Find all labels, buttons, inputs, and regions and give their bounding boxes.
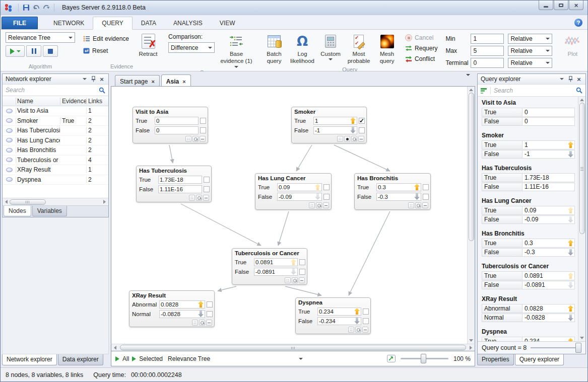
close-icon[interactable]: × [151,79,154,85]
temporal-field-input[interactable]: 0 [471,58,504,68]
temporal-field-input[interactable]: 5 [471,46,504,56]
pin-button[interactable] [567,75,574,83]
tab-properties[interactable]: Properties [477,354,514,365]
node-table-icon[interactable] [185,136,191,142]
node-table-icon[interactable] [189,195,195,201]
node-list-row[interactable]: Has Bronchitis 2 [3,145,108,156]
scroll-up-icon[interactable] [580,99,584,101]
query-state-row[interactable]: Normal -0.0828 [482,314,575,323]
search-icon[interactable] [576,87,582,94]
tab-view[interactable]: VIEW [211,17,244,29]
evidence-checkbox[interactable] [323,194,330,200]
custom-query-button[interactable]: Custom [316,32,345,61]
node-magnifier-icon[interactable] [192,136,199,142]
panel-menu-button[interactable] [81,75,88,83]
run-selected-label[interactable]: Selected [139,355,163,362]
scrollbar-thumb[interactable] [579,103,585,234]
close-button[interactable]: × [569,1,583,10]
tab-variables[interactable]: Variables [32,206,67,216]
state-value-bar[interactable]: -0.09 [277,193,322,201]
tab-start-page[interactable]: Start page × [115,75,160,86]
save-button[interactable] [21,3,31,12]
state-value-bar[interactable]: 1.73E-18 [158,176,202,184]
query-state-row[interactable]: True 0.234 [482,337,575,341]
node-collapse-icon[interactable] [422,202,428,208]
redo-button[interactable] [41,3,51,12]
node-collapse-icon[interactable] [206,320,212,326]
evidence-checkbox[interactable] [363,318,369,324]
state-value-bar[interactable]: 0.0828 [159,300,205,309]
run-selected-icon[interactable] [132,356,136,361]
scrollbar-thumb[interactable] [10,199,46,205]
evidence-checkbox[interactable] [299,259,305,265]
column-links[interactable]: Links [86,98,105,105]
node-list-row[interactable]: XRay Result 1 [3,165,108,175]
node-list-row[interactable]: Has Lung Cancer 2 [3,136,108,146]
scrollbar-thumb[interactable] [120,345,466,350]
node-table-icon[interactable] [309,202,315,208]
state-value-bar[interactable]: 1.11E-16 [158,185,202,193]
node-collapse-icon[interactable] [358,136,364,142]
state-value-bar[interactable]: 0.3 [376,183,421,191]
state-value-bar[interactable]: 0 [155,126,199,134]
node-has-lung-cancer[interactable]: Has Lung Cancer True 0.09 False -0.09 [255,173,332,210]
algorithm-mode-dropdown[interactable]: Relevance Tree [168,355,210,362]
state-value-bar[interactable]: 0.0891 [254,258,298,266]
node-collapse-icon[interactable] [299,277,305,283]
stop-button[interactable] [43,45,58,57]
tab-data-explorer[interactable]: Data explorer [58,354,103,365]
evidence-checkbox[interactable] [423,194,429,200]
tab-file[interactable]: FILE [2,17,38,29]
panel-close-button[interactable]: × [98,75,105,83]
help-icon[interactable]: ? [574,19,582,27]
tab-query[interactable]: QUERY [93,17,132,30]
conflict-button[interactable]: Conflict [403,54,439,63]
query-vertical-scrollbar[interactable] [578,97,585,341]
maximize-button[interactable] [554,1,568,10]
node-list-row[interactable]: Dyspnea 2 [3,175,108,185]
node-magnifier-icon[interactable] [415,202,421,208]
most-probable-button[interactable]: Most probable [345,32,373,65]
search-placeholder[interactable]: Search [494,87,573,94]
reset-button[interactable]: Reset [81,46,131,55]
temporal-field-input[interactable]: 1 [471,34,504,44]
tab-asia[interactable]: Asia × [161,74,191,86]
state-value-bar[interactable]: 0.234 [317,308,361,316]
state-value-bar[interactable]: -1 [313,126,357,134]
node-collapse-icon[interactable] [203,195,209,201]
panel-close-button[interactable]: × [575,75,582,83]
scroll-left-icon[interactable] [114,346,116,350]
temporal-mode-select[interactable]: Relative [508,46,552,56]
undo-button[interactable] [31,3,41,12]
evidence-checkbox[interactable] [204,177,210,183]
node-list-row[interactable]: Smoker True 2 [3,116,108,126]
search-icon[interactable] [99,87,105,94]
node-magnifier-icon[interactable] [199,320,205,326]
temporal-mode-select[interactable]: Relative [508,34,552,44]
node-list-row[interactable]: Has Tuberculosis 2 [3,126,108,136]
node-visit-to-asia[interactable]: Visit to Asia True 0 False 0 [133,107,208,143]
query-state-row[interactable]: Abnormal 0.0828 [482,304,575,313]
tab-nodes[interactable]: Nodes [4,206,31,216]
evidence-checkbox[interactable] [359,118,365,124]
node-xray-result[interactable]: XRay Result Abnormal 0.0828 Normal -0.08… [129,290,215,327]
state-value-bar[interactable]: 0.09 [277,183,322,191]
node-magnifier-icon[interactable] [196,195,202,201]
node-magnifier-icon[interactable] [351,136,357,142]
query-state-row[interactable]: True 0.0891 [482,271,575,280]
state-value-bar[interactable]: -0.0891 [254,268,298,276]
evidence-checkbox[interactable] [200,118,206,124]
tab-network[interactable]: NETWORK [45,17,93,29]
node-magnifier-icon[interactable] [292,277,298,283]
node-magnifier-icon[interactable] [355,327,361,333]
query-state-row[interactable]: True 0 [482,108,575,117]
node-collapse-icon[interactable] [323,202,329,208]
state-value-bar[interactable]: -0.234 [317,317,361,325]
state-value-bar[interactable]: 0 [155,117,199,125]
query-state-row[interactable]: False -0.3 [482,248,575,257]
evidence-checkbox[interactable] [207,301,213,308]
node-list-row[interactable]: Tuberculosis or Cancer 4 [3,156,108,166]
evidence-checkbox[interactable] [363,309,369,315]
network-diagram-canvas[interactable]: Visit to Asia True 0 False 0 [111,87,467,344]
evidence-checkbox[interactable] [423,184,429,190]
